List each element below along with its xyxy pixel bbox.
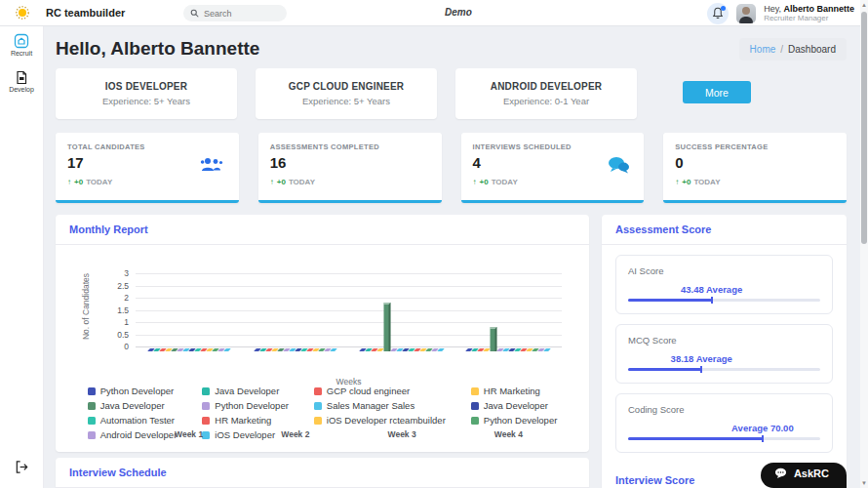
score-mcq: MCQ Score 38.18 Average — [615, 324, 833, 384]
legend-item: HR Marketing — [202, 415, 289, 426]
scrollbar-up-arrow[interactable]: ▲ — [860, 0, 868, 10]
score-label: AI Score — [628, 265, 820, 276]
stat-period: TODAY — [492, 178, 518, 186]
chart-y-axis-label: No. of Candidates — [81, 263, 91, 350]
score-ai: AI Score 43.48 Average — [615, 255, 833, 314]
stat-card-success-percentage[interactable]: SUCCESS PERCENTAGE 0 ↑+0TODAY — [663, 133, 847, 203]
sidebar-item-develop[interactable]: Develop — [9, 70, 34, 93]
legend-item: iOS Developer rcteambuilder — [314, 415, 446, 426]
breadcrumb-home-link[interactable]: Home — [750, 44, 776, 55]
legend-item: Python Developer — [202, 400, 289, 411]
stat-cards-row: TOTAL CANDIDATES 17 ↑+0TODAY ASSESSMENTS… — [56, 133, 847, 203]
job-title: IOS DEVELOPER — [105, 81, 187, 92]
legend-item: Java Developer — [202, 386, 289, 396]
stat-label: TOTAL CANDIDATES — [67, 142, 227, 151]
legend-item: GCP cloud engineer — [314, 386, 446, 396]
stat-period: TODAY — [86, 178, 112, 186]
score-progressbar — [628, 368, 820, 371]
stat-period: TODAY — [693, 178, 720, 186]
job-card-ios-developer[interactable]: IOS DEVELOPER Experience: 5+ Years — [56, 68, 237, 119]
sidebar-item-recruit[interactable]: Recruit — [11, 33, 32, 57]
stat-period: TODAY — [289, 178, 315, 186]
job-title: GCP CLOUD ENGINEER — [289, 81, 404, 92]
user-name: Alberto Bannette — [783, 4, 854, 14]
job-card-gcp-cloud-engineer[interactable]: GCP CLOUD ENGINEER Experience: 5+ Years — [256, 68, 437, 119]
page-title: Hello, Alberto Bannette — [56, 38, 259, 60]
chat-bubble-icon — [774, 468, 787, 479]
stat-label: ASSESSMENTS COMPLETED — [270, 142, 430, 151]
search-box[interactable] — [183, 5, 287, 21]
stat-label: INTERVIEWS SCHEDULED — [473, 142, 633, 151]
legend-item: Sales Manager Sales — [314, 400, 446, 411]
job-cards-row: IOS DEVELOPER Experience: 5+ Years GCP C… — [56, 68, 847, 119]
document-icon — [15, 70, 28, 85]
stat-label: SUCCESS PERCENTAGE — [675, 142, 835, 151]
score-progressbar — [628, 299, 820, 302]
search-input[interactable] — [204, 9, 272, 19]
legend-item: Java Developer — [88, 400, 178, 411]
score-average-text: 38.18 Average — [671, 353, 732, 364]
home-icon — [14, 33, 29, 49]
legend-item: Python Developer — [471, 415, 558, 426]
people-icon — [200, 156, 225, 174]
chart-bar — [384, 303, 391, 351]
score-label: MCQ Score — [628, 335, 820, 346]
user-greeting[interactable]: Hey, Alberto Bannette Recruiter Manager — [764, 4, 854, 23]
sidebar: Recruit Develop — [0, 26, 44, 488]
scrollbar-thumb[interactable] — [861, 12, 867, 244]
breadcrumb: Home / Dashboard — [739, 38, 847, 61]
up-arrow-icon: ↑ — [473, 178, 477, 186]
logout-icon — [15, 460, 29, 474]
monthly-report-chart: No. of Candidates 00.511.522.53Week 1Wee… — [56, 245, 589, 452]
stat-card-assessments-completed[interactable]: ASSESSMENTS COMPLETED 16 ↑+0TODAY — [258, 133, 442, 203]
job-experience: Experience: 5+ Years — [302, 96, 390, 106]
askrc-chat-button[interactable]: AskRC — [761, 463, 847, 488]
stat-delta: +0 — [74, 178, 83, 186]
chart-x-axis-label: Weeks — [136, 377, 562, 386]
stat-value: 0 — [675, 154, 835, 171]
greeting-prefix: Hey, — [764, 4, 783, 14]
breadcrumb-current: Dashboard — [788, 44, 836, 55]
interview-schedule-card: Interview Schedule — [56, 458, 589, 488]
interview-schedule-title: Interview Schedule — [56, 458, 589, 488]
job-title: ANDROID DEVELOPER — [491, 81, 603, 92]
stat-card-total-candidates[interactable]: TOTAL CANDIDATES 17 ↑+0TODAY — [56, 133, 239, 203]
breadcrumb-separator: / — [780, 44, 783, 55]
chart-plot: 00.511.522.53Week 1Week 2Week 3Week 4 — [136, 274, 562, 347]
stat-card-interviews-scheduled[interactable]: INTERVIEWS SCHEDULED 4 ↑+0TODAY — [461, 133, 645, 203]
user-avatar[interactable] — [736, 4, 756, 23]
notification-dot — [721, 6, 726, 11]
chart-bar — [544, 348, 552, 351]
monthly-report-card: Monthly Report No. of Candidates 00.511.… — [56, 215, 589, 452]
score-coding: Coding Score Average 70.00 — [615, 393, 833, 453]
stat-delta: +0 — [277, 178, 286, 186]
stat-value: 16 — [270, 154, 430, 171]
vertical-scrollbar[interactable]: ▲ ▼ — [860, 0, 868, 488]
legend-item: Python Developer — [88, 386, 178, 396]
more-button[interactable]: More — [683, 81, 751, 103]
notifications-button[interactable] — [707, 3, 729, 24]
scrollbar-down-arrow[interactable]: ▼ — [860, 478, 868, 488]
job-card-android-developer[interactable]: ANDROID DEVELOPER Experience: 0-1 Year — [455, 68, 637, 119]
assessment-score-title: Assessment Score — [602, 215, 847, 245]
score-average-text: 43.48 Average — [681, 284, 742, 295]
legend-item: Java Developer — [471, 400, 558, 411]
search-icon — [190, 9, 199, 18]
app-name: RC teambuilder — [46, 7, 125, 19]
chat-icon — [607, 156, 630, 174]
environment-label: Demo — [445, 7, 472, 18]
chart-bar — [491, 327, 497, 351]
up-arrow-icon: ↑ — [270, 178, 274, 186]
sidebar-item-label: Recruit — [11, 50, 32, 57]
chart-bar — [437, 348, 445, 351]
legend-item: Automation Tester — [88, 415, 178, 426]
score-average-text: Average 70.00 — [731, 423, 794, 433]
topbar: RC teambuilder Demo Hey, Alberto Bannett… — [0, 0, 868, 26]
stat-delta: +0 — [682, 178, 690, 186]
app-logo[interactable] — [0, 5, 44, 20]
scores-card: Assessment Score AI Score 43.48 Average … — [602, 215, 847, 488]
logout-button[interactable] — [0, 460, 44, 474]
legend-item: HR Marketing — [471, 386, 558, 396]
job-experience: Experience: 5+ Years — [102, 96, 190, 106]
score-label: Coding Score — [628, 404, 820, 415]
